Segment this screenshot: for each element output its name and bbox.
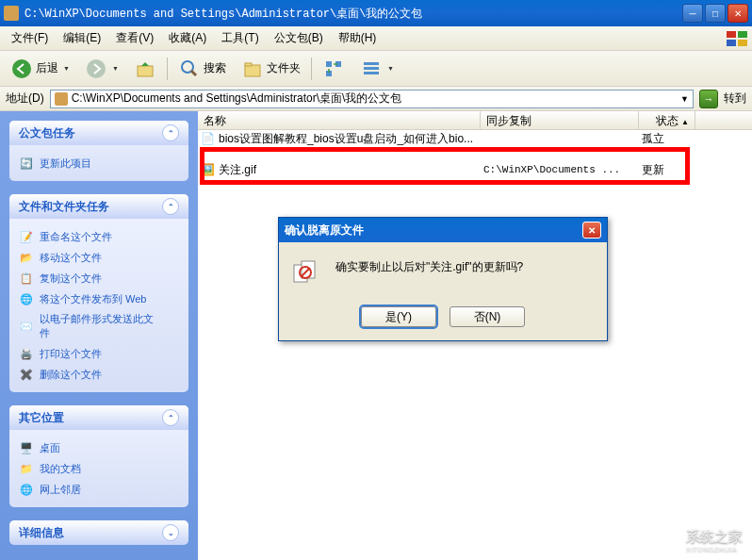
forward-arrow-icon xyxy=(85,58,107,80)
panel-header[interactable]: 详细信息 ⌄ xyxy=(9,520,188,545)
print-file-link[interactable]: 🖨️打印这个文件 xyxy=(19,343,179,364)
panel-header[interactable]: 其它位置 ⌃ xyxy=(9,405,188,430)
svg-point-4 xyxy=(12,59,31,78)
folder-up-icon xyxy=(134,58,156,80)
refresh-icon: 🔄 xyxy=(19,156,34,171)
back-button[interactable]: 后退 ▼ xyxy=(6,55,74,83)
yes-button[interactable]: 是(Y) xyxy=(361,306,436,327)
up-button[interactable] xyxy=(129,55,161,83)
file-sync: C:\WinXP\Documents ... xyxy=(483,164,642,175)
link-label: 更新此项目 xyxy=(40,156,91,171)
desktop-link[interactable]: 🖥️桌面 xyxy=(19,437,179,458)
menu-help[interactable]: 帮助(H) xyxy=(331,30,384,46)
panel-title: 公文包任务 xyxy=(19,125,75,141)
link-label: 以电子邮件形式发送此文件 xyxy=(40,312,162,340)
folders-button[interactable]: 文件夹 xyxy=(237,55,305,83)
collapse-icon[interactable]: ⌃ xyxy=(162,409,179,426)
briefcase-icon xyxy=(55,92,68,106)
go-button[interactable]: → xyxy=(699,90,718,108)
file-name: 关注.gif xyxy=(219,162,483,178)
link-label: 复制这个文件 xyxy=(40,272,102,286)
forward-button[interactable]: ▼ xyxy=(80,55,123,83)
watermark-logo-icon xyxy=(651,523,686,558)
back-arrow-icon xyxy=(10,58,33,80)
dialog-close-button[interactable]: ✕ xyxy=(582,222,601,239)
move-file-link[interactable]: 📂移动这个文件 xyxy=(19,247,179,268)
network-places-link[interactable]: 🌐网上邻居 xyxy=(19,479,179,500)
panel-header[interactable]: 公文包任务 ⌃ xyxy=(9,121,188,145)
collapse-icon[interactable]: ⌃ xyxy=(162,198,179,215)
close-button[interactable]: ✕ xyxy=(727,4,748,23)
move-icon: 📂 xyxy=(19,250,34,265)
image-icon: 🖼️ xyxy=(200,163,215,176)
svg-rect-10 xyxy=(245,63,252,66)
network-icon: 🌐 xyxy=(19,482,34,497)
svg-line-8 xyxy=(191,71,196,75)
svg-rect-1 xyxy=(738,31,747,38)
watermark: 系统之家 XITONGZHIJIA xyxy=(656,528,743,552)
svg-rect-16 xyxy=(364,72,379,74)
column-name[interactable]: 名称 xyxy=(198,111,481,129)
menu-edit[interactable]: 编辑(E) xyxy=(56,30,108,46)
file-status: 孤立 xyxy=(642,131,698,147)
panel-title: 文件和文件夹任务 xyxy=(19,199,109,215)
delete-icon: ✖️ xyxy=(19,367,34,382)
window-titlebar: C:\WinXP\Documents and Settings\Administ… xyxy=(0,0,752,26)
confirm-dialog: 确认脱离原文件 ✕ 确实要制止以后对"关注.gif"的更新吗? 是(Y) 否(N… xyxy=(278,217,608,341)
column-headers: 名称 同步复制 状态 ▲ xyxy=(198,111,752,130)
sort-arrow-icon: ▲ xyxy=(681,118,689,126)
menu-file[interactable]: 文件(F) xyxy=(4,30,56,46)
link-label: 重命名这个文件 xyxy=(40,230,112,244)
menu-view[interactable]: 查看(V) xyxy=(108,30,161,46)
minimize-button[interactable]: ─ xyxy=(682,4,703,23)
chevron-down-icon: ▼ xyxy=(387,65,394,72)
document-icon: 📄 xyxy=(200,132,215,145)
rename-file-link[interactable]: 📝重命名这个文件 xyxy=(19,226,179,247)
maximize-button[interactable]: □ xyxy=(705,4,726,23)
file-row[interactable]: 📄 bios设置图解教程_bios设置u盘启动_如何进入bio... 孤立 xyxy=(198,130,752,147)
rename-icon: 📝 xyxy=(19,229,34,244)
tasks-sidebar: 公文包任务 ⌃ 🔄 更新此项目 文件和文件夹任务 ⌃ 📝重命名这个文件 📂移动这… xyxy=(0,111,198,560)
column-status[interactable]: 状态 ▲ xyxy=(639,111,695,129)
search-button[interactable]: 搜索 xyxy=(173,55,231,83)
back-label: 后退 xyxy=(36,60,58,76)
menu-favorites[interactable]: 收藏(A) xyxy=(161,30,214,46)
menu-briefcase[interactable]: 公文包(B) xyxy=(267,30,331,46)
link-label: 网上邻居 xyxy=(40,483,81,497)
copy-file-link[interactable]: 📋复制这个文件 xyxy=(19,268,179,288)
chevron-down-icon[interactable]: ▼ xyxy=(680,94,689,104)
documents-pair-icon xyxy=(292,259,322,289)
details-panel: 详细信息 ⌄ xyxy=(9,520,188,545)
my-documents-link[interactable]: 📁我的文档 xyxy=(19,458,179,479)
windows-logo-icon xyxy=(726,30,748,47)
file-folder-tasks-panel: 文件和文件夹任务 ⌃ 📝重命名这个文件 📂移动这个文件 📋复制这个文件 🌐将这个… xyxy=(9,194,188,392)
email-file-link[interactable]: ✉️以电子邮件形式发送此文件 xyxy=(19,309,179,343)
other-places-panel: 其它位置 ⌃ 🖥️桌面 📁我的文档 🌐网上邻居 xyxy=(9,405,188,507)
no-button[interactable]: 否(N) xyxy=(450,306,525,327)
link-label: 将这个文件发布到 Web xyxy=(40,292,146,306)
file-row[interactable]: 🖼️ 关注.gif C:\WinXP\Documents ... 更新 xyxy=(198,161,752,178)
chevron-down-icon: ▼ xyxy=(112,65,119,72)
address-label: 地址(D) xyxy=(6,91,44,107)
watermark-subtext: XITONGZHIJIA xyxy=(686,546,743,552)
update-item-link[interactable]: 🔄 更新此项目 xyxy=(19,153,179,173)
delete-file-link[interactable]: ✖️删除这个文件 xyxy=(19,364,179,385)
menubar: 文件(F) 编辑(E) 查看(V) 收藏(A) 工具(T) 公文包(B) 帮助(… xyxy=(0,26,752,51)
publish-web-link[interactable]: 🌐将这个文件发布到 Web xyxy=(19,288,179,309)
link-label: 打印这个文件 xyxy=(40,347,102,361)
sync-button[interactable] xyxy=(318,55,350,83)
views-button[interactable]: ▼ xyxy=(355,55,399,83)
collapse-icon[interactable]: ⌃ xyxy=(162,124,179,141)
svg-rect-9 xyxy=(245,65,260,76)
menu-tools[interactable]: 工具(T) xyxy=(214,30,266,46)
dialog-titlebar[interactable]: 确认脱离原文件 ✕ xyxy=(279,218,607,242)
column-sync[interactable]: 同步复制 xyxy=(481,111,639,129)
address-input[interactable]: C:\WinXP\Documents and Settings\Administ… xyxy=(50,90,694,108)
expand-icon[interactable]: ⌄ xyxy=(162,524,179,541)
svg-rect-3 xyxy=(738,40,747,46)
address-path: C:\WinXP\Documents and Settings\Administ… xyxy=(72,91,677,107)
chevron-down-icon: ▼ xyxy=(63,65,70,72)
address-bar: 地址(D) C:\WinXP\Documents and Settings\Ad… xyxy=(0,87,752,111)
panel-header[interactable]: 文件和文件夹任务 ⌃ xyxy=(9,194,188,219)
dialog-title-text: 确认脱离原文件 xyxy=(285,222,364,239)
